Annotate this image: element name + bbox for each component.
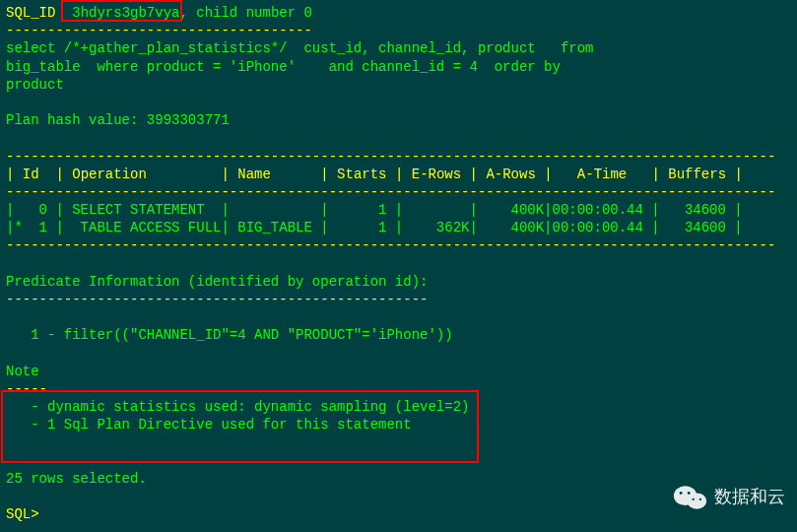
watermark: 数据和云 [673, 483, 785, 512]
sql-id-value: 3hdyrs3gb7vya [72, 5, 179, 21]
table-row: | 0 | SELECT STATEMENT | | 1 | | 400K|00… [6, 202, 743, 218]
note-dash: ----- [6, 381, 47, 397]
table-header-row: | Id | Operation | Name | Starts | E-Row… [6, 166, 743, 182]
query-text: select /*+gather_plan_statistics*/ cust_… [6, 40, 594, 92]
sql-prompt[interactable]: SQL> [6, 506, 39, 522]
predicate-divider: ----------------------------------------… [6, 292, 428, 307]
svg-point-5 [699, 499, 701, 500]
note-line: - dynamic statistics used: dynamic sampl… [6, 399, 469, 415]
svg-point-3 [688, 492, 691, 495]
plan-hash: Plan hash value: 3993303771 [6, 112, 230, 128]
sql-id-label: SQL_ID [6, 5, 55, 21]
child-number: child number 0 [196, 5, 312, 21]
watermark-text: 数据和云 [714, 486, 785, 508]
table-border-top: ----------------------------------------… [6, 149, 775, 165]
predicate-line: 1 - filter(("CHANNEL_ID"=4 AND "PRODUCT"… [6, 327, 453, 343]
predicate-header: Predicate Information (identified by ope… [6, 274, 428, 290]
terminal-output: SQL_ID 3hdyrs3gb7vya, child number 0 ---… [6, 4, 791, 523]
table-border-bot: ----------------------------------------… [6, 237, 775, 253]
svg-point-2 [680, 492, 683, 495]
wechat-icon [673, 483, 708, 512]
rows-selected: 25 rows selected. [6, 471, 147, 487]
svg-point-4 [693, 499, 695, 500]
svg-point-1 [687, 494, 706, 509]
table-border-mid: ----------------------------------------… [6, 184, 775, 200]
divider: ------------------------------------- [6, 23, 312, 38]
note-line: - 1 Sql Plan Directive used for this sta… [6, 417, 412, 432]
note-title: Note [6, 364, 39, 379]
table-row: |* 1 | TABLE ACCESS FULL| BIG_TABLE | 1 … [6, 220, 743, 235]
